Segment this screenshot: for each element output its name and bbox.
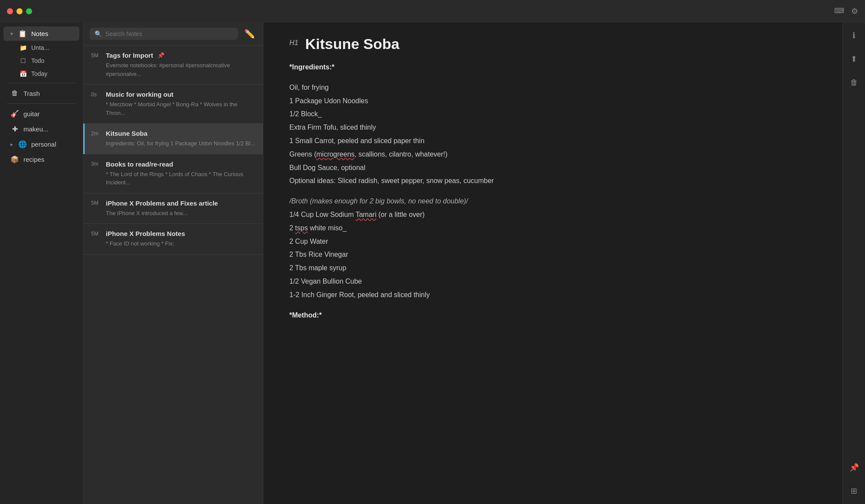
method-label: *Method:* (289, 311, 322, 319)
ingredient-2: 1 Package Udon Noodles (289, 95, 816, 108)
sidebar-item-recipes[interactable]: 📦 recipes (3, 152, 79, 167)
close-button[interactable] (7, 8, 13, 14)
info-button[interactable]: ℹ (846, 28, 862, 43)
broth-item-1: 1/4 Cup Low Sodium Tamari (or a little o… (289, 209, 816, 221)
note-body[interactable]: *Ingredients:* Oil, for frying 1 Package… (289, 61, 816, 491)
notes-icon: 📋 (18, 29, 27, 38)
sidebar-todo-label: Todo (31, 57, 44, 64)
note-title: Kitsune Soba (106, 130, 147, 137)
sidebar-untitled-label: Unta... (31, 44, 49, 51)
sidebar-recipes-label: recipes (23, 156, 44, 163)
sidebar-personal-label: personal (31, 141, 56, 148)
note-time: 0s (91, 92, 102, 98)
ingredient-3: 1/2 Block_ (289, 108, 816, 121)
note-title: iPhone X Problems and Fixes article (106, 200, 218, 207)
note-item-tags-for-import[interactable]: 5M Tags for Import 📌 Evernote notebooks:… (83, 46, 263, 85)
search-input[interactable] (105, 30, 233, 37)
maximize-button[interactable] (26, 8, 32, 14)
broth-item-5: 2 Tbs maple syrup (289, 262, 816, 275)
ingredient-8: Optional ideas: Sliced radish, sweet pep… (289, 175, 816, 187)
note-time: 3m (91, 161, 102, 167)
note-meta: 5M iPhone X Problems and Fixes article (91, 200, 255, 207)
note-title: iPhone X Problems Notes (106, 230, 185, 237)
sidebar-item-makeup[interactable]: ✚ makeu... (3, 122, 79, 136)
traffic-lights (7, 8, 32, 14)
app-body: ▾ 📋 Notes 📁 Unta... ☐ Todo 📅 Today 🗑 Tra… (0, 23, 865, 504)
note-meta: 5M Tags for Import 📌 (91, 52, 255, 59)
squiggle-tsps: tsps (295, 224, 308, 232)
note-title: Books to read/re-read (106, 160, 173, 168)
note-item-iphone-problems[interactable]: 5M iPhone X Problems and Fixes article T… (83, 193, 263, 224)
search-bar: 🔍 ✏️ (83, 23, 263, 46)
note-item-iphone-notes[interactable]: 5M iPhone X Problems Notes * Face ID not… (83, 224, 263, 255)
compose-button[interactable]: ✏️ (242, 27, 257, 41)
note-preview: Ingredients: Oil, for frying 1 Package U… (106, 139, 255, 148)
search-icon: 🔍 (95, 30, 102, 37)
note-title: Music for working out (106, 91, 174, 98)
squiggle-microgreens: microgreens (316, 151, 354, 158)
sidebar-guitar-label: guitar (23, 110, 40, 118)
broth-item-2: 2 tsps white miso_ (289, 222, 816, 235)
share-button[interactable]: ⬆ (846, 51, 862, 67)
note-title-main[interactable]: Kitsune Soba (305, 36, 399, 52)
note-editor-header: H1 Kitsune Soba (289, 36, 816, 52)
note-preview: * Face ID not working * Fix: (106, 239, 255, 248)
code-icon[interactable]: ⌨ (834, 7, 844, 16)
sidebar-item-notes[interactable]: ▾ 📋 Notes (3, 26, 79, 41)
titlebar-icons: ⌨ ⚙ (834, 7, 858, 16)
note-item-books[interactable]: 3m Books to read/re-read * The Lord of t… (83, 154, 263, 193)
ingredient-1: Oil, for frying (289, 82, 816, 94)
sidebar-item-today[interactable]: 📅 Today (3, 68, 79, 80)
sidebar-item-personal[interactable]: ▸ 🌐 personal (3, 137, 79, 151)
delete-button[interactable]: 🗑 (846, 75, 862, 90)
sidebar-trash-label: Trash (23, 90, 40, 97)
broth-label: /Broth (makes enough for 2 big bowls, no… (289, 197, 468, 205)
titlebar: ⌨ ⚙ (0, 0, 865, 23)
pin-icon: 📌 (157, 52, 164, 59)
note-meta: 2m Kitsune Soba (91, 130, 255, 137)
broth-item-6: 1/2 Vegan Bullion Cube (289, 275, 816, 288)
sidebar-item-todo[interactable]: ☐ Todo (3, 55, 79, 67)
note-time: 5M (91, 52, 102, 59)
note-item-music[interactable]: 0s Music for working out * Merzbow * Mor… (83, 85, 263, 124)
squiggle-tamari: Tamari (356, 211, 377, 218)
main-content: H1 Kitsune Soba *Ingredients:* Oil, for … (263, 23, 842, 504)
recipes-icon: 📦 (10, 155, 19, 164)
sidebar-today-label: Today (31, 70, 47, 77)
note-time: 5M (91, 231, 102, 237)
sliders-icon[interactable]: ⚙ (851, 7, 858, 16)
note-meta: 0s Music for working out (91, 91, 255, 98)
sidebar-makeup-label: makeu... (23, 125, 49, 133)
folder-icon: 📁 (19, 44, 27, 51)
note-preview: Evernote notebooks: #personal #personalc… (106, 61, 255, 78)
notes-list-panel: 🔍 ✏️ 5M Tags for Import 📌 Evernote noteb… (83, 23, 263, 504)
right-toolbar: ℹ ⬆ 🗑 📌 ⊞ (842, 23, 865, 504)
note-title: Tags for Import (106, 52, 153, 59)
broth-item-7: 1-2 Inch Ginger Root, peeled and sliced … (289, 289, 816, 301)
personal-icon: 🌐 (18, 140, 27, 148)
checkbox-icon: ☐ (19, 57, 27, 64)
calendar-icon: 📅 (19, 70, 27, 77)
ingredient-6: Greens (microgreens, scallions, cilantro… (289, 148, 816, 161)
notes-list: 5M Tags for Import 📌 Evernote notebooks:… (83, 46, 263, 504)
h1-icon: H1 (289, 39, 298, 47)
note-time: 5M (91, 200, 102, 206)
trash-icon: 🗑 (10, 89, 19, 97)
sidebar-item-trash[interactable]: 🗑 Trash (3, 86, 79, 100)
note-meta: 5M iPhone X Problems Notes (91, 230, 255, 237)
sidebar-item-guitar[interactable]: 🎸 guitar (3, 107, 79, 121)
sidebar-item-untitled[interactable]: 📁 Unta... (3, 42, 79, 54)
chevron-right-icon: ▸ (10, 141, 13, 147)
sidebar-divider-2 (7, 103, 76, 104)
ingredients-label: *Ingredients:* (289, 63, 334, 71)
guitar-icon: 🎸 (10, 110, 19, 118)
search-input-wrapper[interactable]: 🔍 (89, 28, 238, 40)
note-item-kitsune-soba[interactable]: 2m Kitsune Soba Ingredients: Oil, for fr… (83, 124, 263, 154)
ingredient-7: Bull Dog Sauce, optional (289, 162, 816, 174)
broth-item-3: 2 Cup Water (289, 236, 816, 248)
minimize-button[interactable] (16, 8, 23, 14)
ingredient-4: Extra Firm Tofu, sliced thinly (289, 121, 816, 134)
pin-button[interactable]: 📌 (846, 460, 862, 475)
ingredient-5: 1 Small Carrot, peeled and sliced paper … (289, 135, 816, 147)
panel-button[interactable]: ⊞ (846, 483, 862, 499)
